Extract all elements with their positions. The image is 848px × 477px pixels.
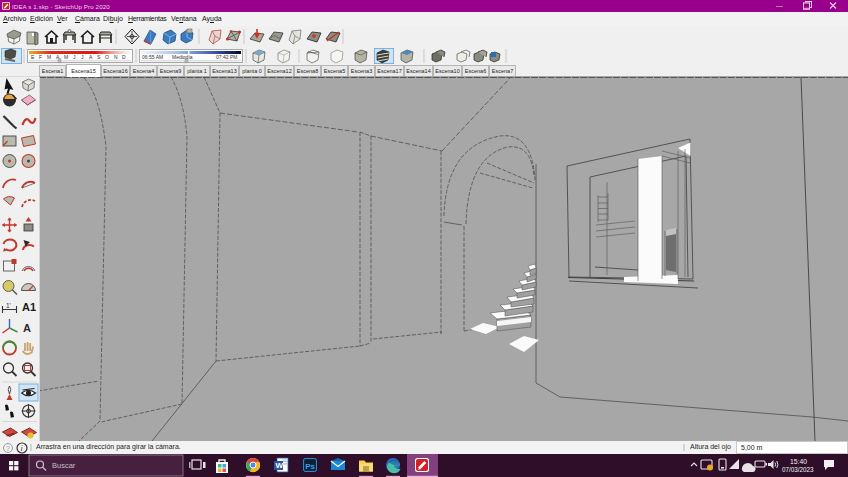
svg-text:W: W — [275, 461, 283, 470]
svg-text:15:40: 15:40 — [790, 458, 807, 465]
svg-text:Buscar: Buscar — [52, 461, 76, 470]
svg-text:O: O — [105, 54, 109, 60]
svg-text:Ps: Ps — [305, 462, 315, 471]
svg-text:A: A — [23, 322, 31, 334]
svg-text:A1: A1 — [22, 301, 36, 313]
svg-text:M: M — [64, 54, 68, 60]
svg-text:N: N — [114, 54, 118, 60]
svg-text:1': 1' — [6, 302, 11, 309]
svg-text:D: D — [122, 54, 126, 60]
svg-text:M: M — [47, 54, 51, 60]
svg-text:i: i — [21, 444, 23, 453]
svg-text:?: ? — [6, 445, 10, 452]
svg-text:07/03/2023: 07/03/2023 — [782, 466, 814, 473]
svg-text:07:42 PM: 07:42 PM — [216, 54, 237, 60]
svg-text:Mediodía: Mediodía — [172, 54, 193, 60]
svg-text:06:55 AM: 06:55 AM — [142, 54, 163, 60]
svg-text:F: F — [39, 54, 42, 60]
